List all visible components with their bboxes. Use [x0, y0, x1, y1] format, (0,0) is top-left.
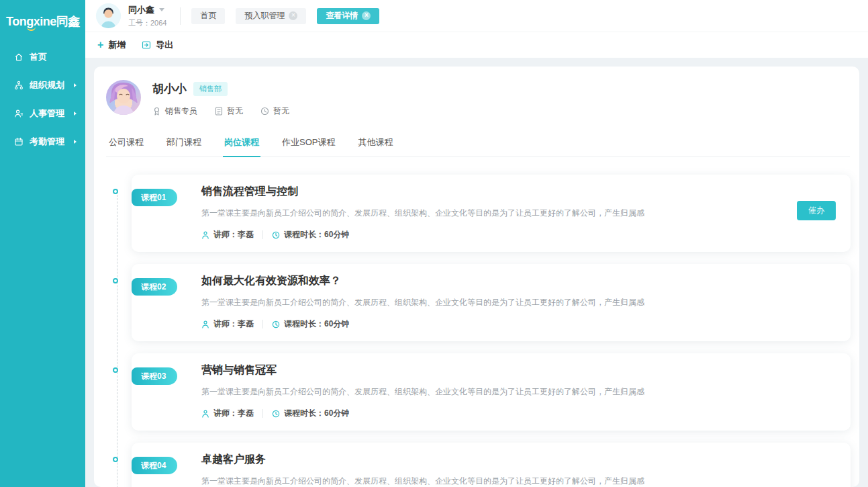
course-title: 营销与销售冠军: [201, 363, 834, 378]
course-row: 课程04 卓越客户服务 第一堂课主要是向新员工介绍公司的简介、发展历程、组织架构…: [132, 443, 851, 487]
sidebar-item-label: 首页: [30, 51, 47, 63]
duration-text: 课程时长：60分钟: [284, 408, 349, 419]
chevron-right-icon: [74, 83, 77, 87]
employee-info-row: 销售专员 暂无 暂无: [152, 105, 289, 117]
course-card[interactable]: 课程01 销售流程管理与控制 第一堂课主要是向新员工介绍公司的简介、发展历程、组…: [132, 175, 851, 252]
sidebar-item-hr[interactable]: 人事管理: [0, 99, 85, 128]
instructor-text: 讲师：李磊: [213, 408, 254, 419]
chevron-right-icon: [74, 140, 77, 144]
brand-logo-text: Tongxine同鑫: [6, 15, 80, 28]
tab-other-courses[interactable]: 其他课程: [356, 131, 394, 157]
chevron-right-icon: [74, 112, 77, 116]
breadcrumb-tab-home[interactable]: 首页: [191, 8, 225, 24]
add-button-label: 新增: [108, 39, 126, 51]
course-meta: 讲师：李磊 课程时长：60分钟: [201, 318, 834, 330]
timeline-dot-icon: [113, 457, 118, 462]
instructor-info: 讲师：李磊: [201, 408, 254, 419]
duration-text: 课程时长：60分钟: [284, 318, 349, 330]
user-avatar-image: [96, 3, 121, 28]
user-avatar[interactable]: [96, 3, 121, 28]
sidebar: Tongxine同鑫 首页 组织规划 人事管理 考勤管理: [0, 0, 85, 487]
course-row: 课程02 如何最大化有效资源和效率？ 第一堂课主要是向新员工介绍公司的简介、发展…: [132, 264, 851, 341]
top-header: 同小鑫 工号：2064 首页 预入职管理 查看详情: [85, 0, 868, 32]
breadcrumb-tab-label: 首页: [200, 10, 216, 21]
org-icon: [14, 81, 23, 90]
footer-divider: [262, 320, 263, 328]
course-title: 卓越客户服务: [201, 453, 834, 467]
sidebar-item-label: 组织规划: [30, 79, 64, 91]
clock-icon: [260, 107, 269, 116]
course-card[interactable]: 课程03 营销与销售冠军 第一堂课主要是向新员工介绍公司的简介、发展历程、组织架…: [132, 353, 851, 431]
sidebar-item-label: 考勤管理: [30, 136, 64, 148]
duration-info: 课程时长：60分钟: [272, 229, 349, 240]
instructor-icon: [201, 410, 209, 418]
brand-logo: Tongxine同鑫: [0, 0, 85, 30]
main-area: 同小鑫 工号：2064 首页 预入职管理 查看详情: [85, 0, 868, 487]
course-badge: 课程04: [132, 457, 177, 474]
add-button[interactable]: 新增: [97, 39, 126, 51]
home-icon: [14, 52, 23, 62]
breadcrumb: 首页 预入职管理 查看详情: [191, 8, 379, 24]
footer-divider: [262, 230, 263, 239]
document-text: 暂无: [227, 105, 243, 117]
course-badge: 课程03: [132, 367, 177, 385]
sidebar-item-label: 人事管理: [30, 107, 64, 120]
breadcrumb-tab-detail[interactable]: 查看详情: [317, 8, 379, 24]
tab-sop-courses[interactable]: 作业SOP课程: [281, 131, 336, 157]
course-badge: 课程02: [132, 278, 177, 296]
time-info: 暂无: [260, 105, 289, 117]
urge-button[interactable]: 催办: [797, 201, 836, 220]
course-badge: 课程01: [132, 189, 177, 206]
breadcrumb-tab-preonboarding[interactable]: 预入职管理: [236, 8, 306, 24]
sidebar-item-home[interactable]: 首页: [0, 43, 85, 71]
sidebar-item-org-planning[interactable]: 组织规划: [0, 71, 85, 99]
tab-department-courses[interactable]: 部门课程: [165, 131, 203, 157]
instructor-text: 讲师：李磊: [213, 229, 254, 240]
employee-number: 工号：2064: [128, 18, 166, 28]
course-tabs: 公司课程 部门课程 岗位课程 作业SOP课程 其他课程: [106, 131, 850, 157]
position-info: 销售专员: [152, 105, 197, 117]
employee-name-row: 胡小小 销售部: [152, 81, 289, 97]
user-name: 同小鑫: [128, 4, 154, 16]
time-text: 暂无: [273, 105, 289, 117]
course-card[interactable]: 课程04 卓越客户服务 第一堂课主要是向新员工介绍公司的简介、发展历程、组织架构…: [132, 443, 851, 487]
instructor-text: 讲师：李磊: [213, 318, 254, 330]
course-description: 第一堂课主要是向新员工介绍公司的简介、发展历程、组织架构、企业文化等目的是为了让…: [201, 208, 834, 219]
instructor-icon: [201, 320, 209, 328]
employee-name: 胡小小: [152, 81, 187, 97]
employee-avatar: [106, 80, 141, 115]
close-icon[interactable]: [289, 11, 297, 20]
header-divider: [180, 7, 181, 25]
sidebar-item-attendance[interactable]: 考勤管理: [0, 128, 85, 156]
course-description: 第一堂课主要是向新员工介绍公司的简介、发展历程、组织架构、企业文化等目的是为了让…: [201, 297, 834, 308]
breadcrumb-tab-label: 预入职管理: [244, 10, 285, 21]
close-icon[interactable]: [362, 11, 371, 20]
app-root: Tongxine同鑫 首页 组织规划 人事管理 考勤管理: [0, 0, 868, 487]
position-text: 销售专员: [165, 105, 197, 117]
course-title: 销售流程管理与控制: [201, 185, 834, 199]
position-icon: [152, 107, 161, 116]
duration-info: 课程时长：60分钟: [272, 318, 349, 330]
course-card[interactable]: 课程02 如何最大化有效资源和效率？ 第一堂课主要是向新员工介绍公司的简介、发展…: [132, 264, 851, 341]
export-icon: [142, 40, 151, 50]
people-icon: [14, 109, 23, 118]
employee-profile: 胡小小 销售部 销售专员 暂无: [106, 80, 859, 117]
document-icon: [215, 107, 223, 116]
duration-clock-icon: [272, 410, 280, 418]
tab-position-courses[interactable]: 岗位课程: [223, 131, 260, 157]
duration-clock-icon: [272, 320, 280, 328]
timeline-dot-icon: [113, 189, 118, 194]
course-meta: 讲师：李磊 课程时长：60分钟: [201, 229, 834, 240]
duration-clock-icon: [272, 231, 280, 239]
breadcrumb-tab-label: 查看详情: [326, 10, 358, 21]
course-meta: 讲师：李磊 课程时长：60分钟: [201, 408, 834, 419]
tab-company-courses[interactable]: 公司课程: [107, 131, 145, 157]
sidebar-nav: 首页 组织规划 人事管理 考勤管理: [0, 43, 85, 156]
user-menu[interactable]: 同小鑫: [128, 4, 166, 16]
user-meta: 同小鑫 工号：2064: [128, 4, 166, 28]
export-button[interactable]: 导出: [142, 39, 173, 51]
course-list: 课程01 销售流程管理与控制 第一堂课主要是向新员工介绍公司的简介、发展历程、组…: [106, 168, 859, 487]
course-description: 第一堂课主要是向新员工介绍公司的简介、发展历程、组织架构、企业文化等目的是为了让…: [201, 386, 834, 398]
timeline-dot-icon: [113, 278, 118, 283]
instructor-icon: [201, 231, 209, 239]
